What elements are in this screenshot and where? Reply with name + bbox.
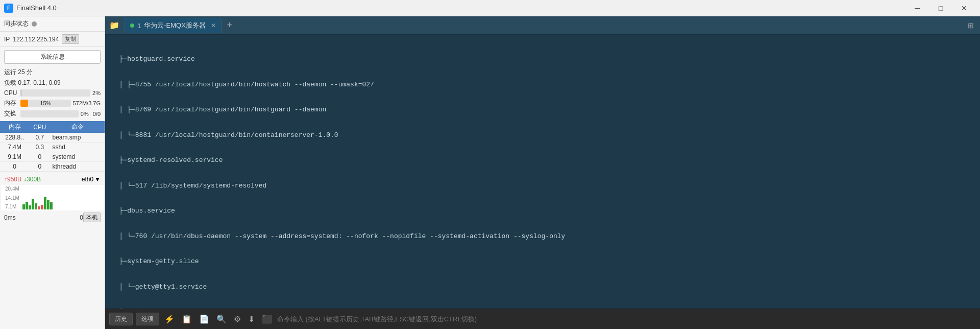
terminal-line-1: ├─hostguard.service (111, 54, 974, 64)
net-bar-col-up (38, 206, 40, 209)
mem-bar-wrap: 15% (20, 100, 71, 107)
net-bar-col (26, 202, 28, 209)
net-dropdown-icon[interactable]: ▼ (94, 176, 101, 183)
window-controls: ─ □ ✕ (905, 0, 976, 16)
settings-icon[interactable]: ⚙ (232, 313, 243, 325)
terminal-area: 📁 1 华为云-EMQX服务器 ✕ + ⊞ ├─hostguard.servic… (105, 16, 980, 329)
cpu-value: 2% (92, 90, 101, 96)
tab-label: 华为云-EMQX服务器 (144, 21, 206, 30)
input-bar: 历史 选项 ⚡ 📋 📄 🔍 ⚙ ⬇ ⬛ (105, 309, 980, 329)
sync-status-row: 同步状态 (0, 16, 105, 32)
folder-icon[interactable]: 📁 (107, 18, 121, 33)
maximize-button[interactable]: □ (929, 0, 952, 16)
proc3-mem: 9.1M (2, 153, 27, 160)
net-iface-label: eth0 (82, 176, 93, 183)
swap-bar-wrap (20, 110, 79, 118)
net-bar-col (44, 197, 46, 209)
net-upload: ↑950B (4, 176, 21, 183)
cpu-label: CPU (4, 89, 18, 97)
close-button[interactable]: ✕ (952, 0, 976, 16)
net-bar-col (47, 200, 50, 209)
download-icon[interactable]: ⬇ (246, 313, 257, 325)
ping-value: 0ms (4, 214, 80, 221)
host-button[interactable]: 本机 (83, 213, 101, 222)
terminal-line-2: │ ├─8755 /usr/local/hostguard/bin/hostwa… (111, 80, 974, 90)
command-input[interactable] (277, 315, 976, 323)
tab-index: 1 (137, 22, 141, 30)
sync-dot (32, 21, 37, 27)
paste-icon[interactable]: 📄 (197, 313, 211, 325)
swap-meter-row: 交换 0% 0/0 (0, 108, 105, 119)
titlebar: F FinalShell 4.0 ─ □ ✕ (0, 0, 980, 16)
terminal-output[interactable]: ├─hostguard.service │ ├─8755 /usr/local/… (105, 35, 980, 309)
process-table-header: 内存 CPU 命令 (0, 121, 105, 133)
proc4-cmd: kthreadd (53, 163, 103, 170)
col-cmd-header: 命令 (53, 123, 103, 131)
process-row-4: 0 0 kthreadd (0, 162, 105, 172)
process-row-2: 7.4M 0.3 sshd (0, 143, 105, 152)
tab-status-dot (130, 24, 134, 28)
copy-icon[interactable]: 📋 (180, 313, 194, 325)
ip-value: 122.112.225.194 (13, 36, 59, 43)
terminal-line-8: │ └─760 /usr/bin/dbus-daemon --system --… (111, 231, 974, 242)
net-iface: eth0 ▼ (82, 176, 101, 183)
copy-ip-button[interactable]: 复制 (62, 34, 79, 44)
terminal-line-9: ├─system-getty.slice (111, 256, 974, 267)
ping-zero: 0 (80, 214, 83, 221)
proc4-cpu: 0 (27, 163, 52, 170)
net-bar-col (29, 205, 31, 209)
net-bar-col (22, 204, 25, 209)
new-tab-button[interactable]: + (223, 18, 237, 33)
terminal-icon[interactable]: ⬛ (260, 313, 274, 325)
terminal-line-10: │ └─getty@tty1.service (111, 282, 974, 292)
proc1-cpu: 0.7 (27, 134, 52, 141)
tab-right-controls: ⊞ (964, 18, 978, 33)
app-icon: F (4, 4, 13, 13)
search-icon[interactable]: 🔍 (214, 313, 229, 325)
load-row: 负载 0.17, 0.11, 0.09 (0, 78, 105, 88)
mem-value: 572M/3.7G (73, 100, 101, 106)
cpu-bar-wrap (20, 89, 90, 97)
mem-meter-row: 内存 15% 572M/3.7G (0, 98, 105, 108)
mem-label: 内存 (4, 99, 18, 107)
ip-row: IP 122.112.225.194 复制 (0, 32, 105, 47)
sysinfo-button[interactable]: 系统信息 (4, 50, 101, 64)
minimize-button[interactable]: ─ (905, 0, 929, 16)
terminal-tab-1[interactable]: 1 华为云-EMQX服务器 ✕ (125, 18, 222, 33)
ping-row: 0ms 0 本机 (0, 212, 105, 223)
swap-value: 0% (81, 111, 89, 117)
process-row-1: 228.8.. 0.7 beam.smp (0, 133, 105, 143)
proc4-mem: 0 (2, 163, 27, 170)
ip-label: IP (4, 36, 10, 43)
history-button[interactable]: 历史 (109, 313, 133, 325)
terminal-line-4: │ └─8881 /usr/local/hostguard/bin/contai… (111, 130, 974, 140)
terminal-line-3: │ ├─8769 /usr/local/hostguard/bin/hostgu… (111, 105, 974, 115)
tab-bar: 📁 1 华为云-EMQX服务器 ✕ + ⊞ (105, 16, 980, 35)
net-graph-val-2: 14.1M (5, 195, 20, 201)
net-graph-val-3: 7.1M (5, 204, 20, 209)
net-stats-row: ↑950B ↓300B eth0 ▼ (0, 174, 105, 185)
cpu-meter-row: CPU 2% (0, 88, 105, 98)
col-cpu-header: CPU (27, 124, 52, 131)
terminal-line-7: ├─dbus.service (111, 206, 974, 216)
process-row-3: 9.1M 0 systemd (0, 152, 105, 162)
lightning-icon[interactable]: ⚡ (162, 313, 177, 325)
swap-right: 0/0 (93, 111, 101, 117)
net-bar-col-up (41, 205, 43, 209)
proc3-cmd: systemd (53, 153, 103, 160)
app-title: FinalShell 4.0 (16, 4, 905, 12)
runtime-row: 运行 25 分 (0, 67, 105, 78)
grid-layout-icon[interactable]: ⊞ (964, 18, 978, 33)
cpu-bar (20, 89, 22, 97)
tab-close-icon[interactable]: ✕ (211, 22, 216, 29)
proc1-mem: 228.8.. (2, 134, 27, 141)
options-button[interactable]: 选项 (136, 313, 159, 325)
net-graph: 20.4M 14.1M 7.1M (1, 185, 104, 210)
sync-label: 同步状态 (4, 19, 29, 28)
mem-percent-label: 15% (20, 100, 71, 107)
net-graph-val-1: 20.4M (5, 186, 20, 192)
net-bar-col (32, 199, 34, 209)
proc3-cpu: 0 (27, 153, 52, 160)
proc2-cpu: 0.3 (27, 144, 52, 151)
net-download: ↓300B (23, 176, 41, 183)
